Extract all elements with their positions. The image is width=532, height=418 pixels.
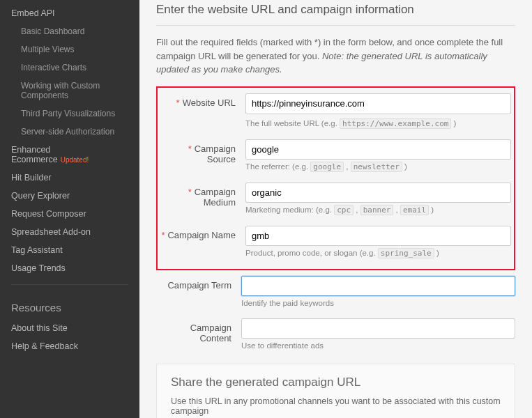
resources-item-0[interactable]: About this Site: [0, 319, 139, 337]
campaign-name-help: Product, promo code, or slogan (e.g. spr…: [245, 249, 511, 258]
campaign-name-input[interactable]: [245, 226, 511, 246]
share-heading: Share the generated campaign URL: [171, 376, 501, 389]
sidebar-item-0[interactable]: Embed API: [0, 4, 139, 22]
campaign-content-help: Use to differentiate ads: [241, 341, 515, 350]
updated-badge: Updated!: [61, 156, 89, 164]
campaign-source-label: *Campaign Source: [160, 139, 245, 164]
campaign-source-help: The referrer: (e.g. google , newsletter …: [245, 162, 511, 171]
campaign-term-input[interactable]: [241, 276, 515, 296]
campaign-source-input[interactable]: [245, 139, 511, 160]
sidebar: Embed APIBasic DashboardMultiple ViewsIn…: [0, 0, 139, 418]
intro-text: Fill out the required fields (marked wit…: [156, 36, 515, 77]
sidebar-item-13[interactable]: Usage Trends: [0, 259, 139, 277]
main-content: Enter the website URL and campaign infor…: [139, 0, 532, 418]
website-url-help: The full website URL (e.g. https://www.e…: [245, 119, 511, 128]
sidebar-item-10[interactable]: Request Composer: [0, 205, 139, 223]
website-url-label: *Website URL: [160, 93, 245, 108]
divider: [156, 25, 515, 26]
campaign-term-label: Campaign Term: [156, 276, 241, 291]
campaign-medium-label: *Campaign Medium: [160, 183, 245, 208]
sidebar-item-8[interactable]: Hit Builder: [0, 169, 139, 187]
website-url-input[interactable]: https://pinneyinsurance.com: [245, 93, 511, 114]
resources-item-1[interactable]: Help & Feedback: [0, 337, 139, 355]
page-title: Enter the website URL and campaign infor…: [156, 3, 515, 17]
sidebar-item-1[interactable]: Basic Dashboard: [0, 22, 139, 40]
campaign-content-label: Campaign Content: [156, 318, 241, 343]
sidebar-item-3[interactable]: Interactive Charts: [0, 59, 139, 77]
sidebar-item-4[interactable]: Working with Custom Components: [0, 77, 139, 104]
share-panel: Share the generated campaign URL Use thi…: [156, 364, 515, 419]
campaign-medium-help: Marketing medium: (e.g. cpc , banner , e…: [245, 206, 511, 215]
campaign-name-label: *Campaign Name: [160, 226, 245, 240]
campaign-content-input[interactable]: [241, 318, 515, 339]
resources-heading: Resources: [0, 292, 139, 319]
campaign-medium-input[interactable]: [245, 183, 511, 203]
sidebar-item-5[interactable]: Third Party Visualizations: [0, 104, 139, 123]
sidebar-item-9[interactable]: Query Explorer: [0, 187, 139, 205]
sidebar-item-2[interactable]: Multiple Views: [0, 40, 139, 59]
sidebar-item-7[interactable]: Enhanced EcommerceUpdated!: [0, 141, 139, 169]
sidebar-item-6[interactable]: Server-side Authorization: [0, 123, 139, 141]
sidebar-divider: [11, 284, 128, 285]
sidebar-item-11[interactable]: Spreadsheet Add-on: [0, 223, 139, 241]
sidebar-item-12[interactable]: Tag Assistant: [0, 241, 139, 259]
required-fields-highlight: *Website URL https://pinneyinsurance.com…: [156, 86, 515, 270]
share-sub: Use this URL in any promotional channels…: [171, 396, 501, 416]
campaign-term-help: Identify the paid keywords: [241, 299, 515, 307]
